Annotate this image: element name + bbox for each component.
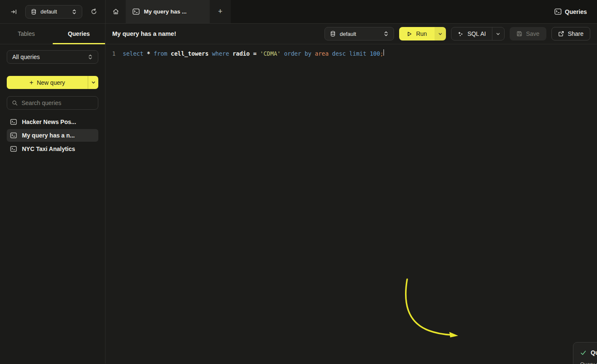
topbar-spacer — [231, 0, 544, 23]
tab-queries[interactable]: Queries — [53, 24, 105, 44]
tab-label: My query has ... — [144, 8, 186, 15]
code-token: radio — [232, 50, 250, 57]
run-button-label: Run — [416, 30, 427, 37]
share-button-label: Share — [568, 30, 583, 37]
tab-my-query[interactable]: My query has ... — [126, 0, 210, 23]
toast-title: Query saved — [591, 349, 597, 356]
chevron-down-icon — [496, 32, 500, 36]
code-token — [150, 50, 154, 57]
sidebar-tabs: Tables Queries — [0, 24, 105, 44]
save-button-label: Save — [526, 30, 540, 37]
share-icon — [558, 31, 564, 37]
home-icon — [112, 8, 119, 15]
queries-indicator-label: Queries — [565, 8, 587, 15]
topbar-database-value: default — [41, 8, 57, 15]
main-database-selector[interactable]: default — [324, 27, 394, 40]
code-token: desc — [332, 50, 346, 57]
toast-query-saved: Query saved Query saved successfully — [573, 342, 597, 364]
code-token — [346, 50, 349, 57]
main-panel: My query has a name! default — [105, 24, 597, 364]
query-item-label: Hacker News Pos... — [22, 119, 76, 125]
terminal-icon — [554, 8, 562, 15]
collapse-sidebar-button[interactable] — [8, 6, 19, 17]
code-token: order — [284, 50, 301, 57]
tab-tables-label: Tables — [18, 30, 35, 37]
sql-ai-button[interactable]: SQL AI — [451, 27, 492, 40]
search-queries-input[interactable] — [22, 100, 98, 106]
code-token: area — [315, 50, 329, 57]
code-token: by — [305, 50, 311, 57]
run-dropdown-button[interactable] — [435, 27, 446, 40]
collapse-sidebar-icon — [11, 8, 17, 15]
terminal-icon — [10, 132, 17, 138]
code-token: 'CDMA' — [260, 50, 281, 57]
save-icon — [516, 31, 522, 37]
check-icon — [580, 350, 586, 356]
code-token: limit — [349, 50, 367, 57]
updown-chevrons-icon — [384, 31, 389, 37]
code-token: ; — [380, 50, 384, 57]
new-query-dropdown-button[interactable] — [88, 76, 98, 89]
code-token: select — [123, 50, 143, 57]
chevron-down-icon — [91, 80, 96, 85]
refresh-button[interactable] — [88, 6, 99, 17]
sparkles-icon — [457, 31, 464, 37]
tab-tables[interactable]: Tables — [0, 24, 53, 44]
refresh-icon — [90, 8, 97, 15]
topbar-database-selector[interactable]: default — [25, 5, 82, 19]
code-token: from — [154, 50, 167, 57]
code-token — [229, 50, 232, 57]
code-token — [329, 50, 332, 57]
new-query-label: New query — [37, 79, 65, 86]
code-token — [143, 50, 147, 57]
sidebar-body: All queries + New query — [0, 44, 105, 161]
terminal-icon — [10, 119, 17, 125]
sql-ai-dropdown-button[interactable] — [492, 27, 504, 40]
database-icon — [330, 31, 336, 37]
query-list-item[interactable]: Hacker News Pos... — [7, 116, 98, 128]
toast-header: Query saved — [580, 349, 597, 356]
terminal-icon — [10, 146, 17, 152]
text-cursor — [384, 49, 384, 56]
search-queries-field — [7, 96, 98, 110]
save-button[interactable]: Save — [510, 27, 546, 40]
search-icon — [12, 100, 18, 106]
sidebar: Tables Queries All queries + New query — [0, 24, 105, 364]
query-title: My query has a name! — [112, 30, 176, 37]
updown-chevrons-icon — [88, 54, 93, 60]
share-button[interactable]: Share — [551, 27, 590, 40]
tab-strip: My query has ... + — [105, 0, 231, 23]
code-token — [281, 50, 284, 57]
database-icon — [31, 9, 37, 15]
chevron-down-icon — [438, 32, 443, 36]
sql-editor[interactable]: 1 select * from cell_towers where radio … — [105, 44, 597, 364]
query-list-item[interactable]: My query has a n... — [7, 129, 98, 142]
sql-ai-label: SQL AI — [467, 30, 486, 37]
toast-message: Query saved successfully — [580, 361, 597, 364]
run-button[interactable]: Run — [399, 27, 435, 40]
code-token: 100 — [370, 50, 380, 57]
main-database-value: default — [340, 31, 356, 37]
code-line: 1 select * from cell_towers where radio … — [105, 49, 597, 58]
home-button[interactable] — [105, 0, 126, 23]
line-number: 1 — [105, 49, 123, 58]
query-filter-value: All queries — [12, 54, 40, 60]
code-token — [301, 50, 305, 57]
topbar-left-section: default — [0, 0, 105, 23]
new-tab-button[interactable]: + — [210, 0, 231, 23]
play-icon — [407, 31, 412, 37]
code-token — [250, 50, 253, 57]
new-query-button[interactable]: + New query — [7, 76, 88, 89]
updown-chevrons-icon — [72, 9, 77, 15]
code-token: cell_towers — [171, 50, 208, 57]
query-list-item[interactable]: NYC Taxi Analytics — [7, 143, 98, 155]
query-filter-select[interactable]: All queries — [7, 50, 98, 64]
app-shell: Tables Queries All queries + New query — [0, 24, 597, 364]
code-token: * — [147, 50, 150, 57]
top-bar: default — [0, 0, 597, 24]
plus-icon: + — [218, 7, 223, 16]
terminal-icon — [132, 8, 140, 15]
query-item-label: NYC Taxi Analytics — [22, 146, 75, 152]
query-list: Hacker News Pos... My query has a n... — [7, 116, 98, 155]
code-tokens: select * from cell_towers where radio = … — [123, 49, 384, 58]
